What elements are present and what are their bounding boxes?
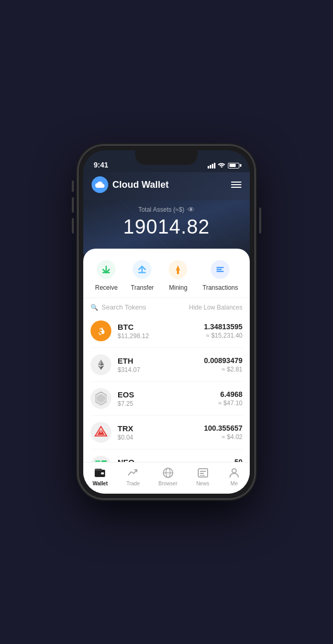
signal-icon xyxy=(208,163,215,169)
mining-button[interactable]: Mining xyxy=(166,258,189,291)
svg-rect-27 xyxy=(95,469,102,471)
trx-usd: ≈ $4.02 xyxy=(204,433,242,441)
trade-nav-label: Trade xyxy=(126,481,140,486)
svg-rect-34 xyxy=(200,475,205,476)
eos-price: $7.25 xyxy=(118,400,218,407)
app-header: Cloud Wallet xyxy=(83,172,250,200)
cloud-logo xyxy=(92,176,108,193)
eos-amount: 6.4968 xyxy=(218,390,242,398)
cloud-icon xyxy=(95,180,105,189)
btc-usd: ≈ $15,231.40 xyxy=(204,332,242,339)
nav-browser[interactable]: Browser xyxy=(159,467,178,486)
nav-me[interactable]: Me xyxy=(228,467,240,486)
hide-low-balances-button[interactable]: Hide Low Balances xyxy=(189,304,242,311)
btc-price: $11,298.12 xyxy=(118,332,204,340)
status-time: 9:41 xyxy=(94,161,108,169)
transactions-button[interactable]: Transactions xyxy=(202,258,238,291)
content-card: Receive Transfer xyxy=(83,249,250,494)
svg-rect-7 xyxy=(216,269,222,271)
receive-button[interactable]: Receive xyxy=(95,258,118,291)
svg-rect-32 xyxy=(200,471,206,472)
trade-nav-icon xyxy=(127,468,139,478)
hero-section: Total Assets (≈$) 👁 19014.82 xyxy=(83,200,250,254)
volume-down-button xyxy=(72,218,74,234)
notch xyxy=(135,150,198,165)
nav-wallet[interactable]: Wallet xyxy=(93,467,108,486)
battery-icon xyxy=(228,163,239,169)
total-assets-label: Total Assets (≈$) 👁 xyxy=(83,205,250,214)
transfer-icon xyxy=(133,260,151,279)
eos-name: EOS xyxy=(118,390,218,399)
token-item-eth[interactable]: ETH $314.07 0.00893479 ≈ $2.81 xyxy=(91,348,242,382)
mute-button xyxy=(72,181,74,192)
svg-rect-4 xyxy=(177,271,179,274)
trx-logo xyxy=(91,422,111,443)
eos-logo xyxy=(91,388,111,409)
svg-rect-6 xyxy=(216,267,224,268)
search-input-wrap[interactable]: 🔍 Search Tokens xyxy=(91,303,146,311)
search-bar-row: 🔍 Search Tokens Hide Low Balances xyxy=(83,298,250,314)
eth-usd: ≈ $2.81 xyxy=(204,366,242,373)
neo-amount: 50 xyxy=(215,458,242,462)
news-nav-label: News xyxy=(196,481,209,486)
trx-price: $0.04 xyxy=(118,434,204,441)
transfer-label: Transfer xyxy=(131,284,153,291)
btc-logo xyxy=(91,320,111,341)
svg-marker-13 xyxy=(101,366,104,370)
transfer-button[interactable]: Transfer xyxy=(131,258,153,291)
trx-name: TRX xyxy=(118,424,204,433)
eth-amount: 0.00893479 xyxy=(204,356,242,365)
volume-up-button xyxy=(72,197,74,213)
trx-amount: 100.355657 xyxy=(204,424,242,432)
news-nav-icon xyxy=(197,468,209,478)
phone-screen: 9:41 xyxy=(83,150,250,494)
eos-usd: ≈ $47.10 xyxy=(218,400,242,407)
nav-trade[interactable]: Trade xyxy=(126,467,140,486)
svg-marker-16 xyxy=(97,394,105,403)
eth-price: $314.07 xyxy=(118,366,204,373)
eth-logo xyxy=(91,354,111,375)
svg-rect-26 xyxy=(101,472,104,474)
menu-button[interactable] xyxy=(231,182,241,188)
me-nav-label: Me xyxy=(230,481,238,486)
neo-name: NEO xyxy=(118,458,215,462)
action-buttons: Receive Transfer xyxy=(83,249,250,298)
wallet-nav-icon xyxy=(94,468,106,478)
token-item-neo[interactable]: NEO $17.78 50 ≈ ¥889.00 xyxy=(91,449,242,462)
total-amount: 19014.82 xyxy=(83,216,250,238)
btc-name: BTC xyxy=(118,323,204,331)
search-icon: 🔍 xyxy=(91,304,98,311)
btc-amount: 1.34813595 xyxy=(204,323,242,331)
eye-icon[interactable]: 👁 xyxy=(187,205,195,214)
me-nav-icon xyxy=(228,467,240,479)
svg-marker-14 xyxy=(98,366,101,370)
eth-name: ETH xyxy=(118,356,204,365)
status-icons xyxy=(208,162,239,169)
token-list: BTC $11,298.12 1.34813595 ≈ $15,231.40 xyxy=(83,314,250,462)
mining-icon xyxy=(169,260,187,279)
neo-logo xyxy=(91,456,111,462)
browser-nav-icon xyxy=(162,467,174,479)
bottom-nav: Wallet Trade xyxy=(83,462,250,494)
search-placeholder: Search Tokens xyxy=(101,303,146,311)
receive-label: Receive xyxy=(95,284,118,291)
svg-rect-33 xyxy=(200,473,204,474)
browser-nav-label: Browser xyxy=(159,481,178,486)
wifi-icon xyxy=(218,162,225,169)
token-item-eos[interactable]: EOS $7.25 6.4968 ≈ $47.10 xyxy=(91,382,242,416)
transactions-icon xyxy=(211,260,229,279)
svg-point-35 xyxy=(232,469,236,473)
svg-rect-8 xyxy=(216,271,224,273)
token-item-btc[interactable]: BTC $11,298.12 1.34813595 ≈ $15,231.40 xyxy=(91,314,242,348)
token-item-trx[interactable]: TRX $0.04 100.355657 ≈ $4.02 xyxy=(91,416,242,449)
wallet-nav-label: Wallet xyxy=(93,481,108,486)
app-title: Cloud Wallet xyxy=(112,179,169,190)
phone-frame: 9:41 xyxy=(78,145,255,499)
mining-label: Mining xyxy=(169,284,187,291)
nav-news[interactable]: News xyxy=(196,467,209,486)
receive-icon xyxy=(97,260,116,279)
transactions-label: Transactions xyxy=(202,284,238,291)
power-button xyxy=(259,208,261,234)
